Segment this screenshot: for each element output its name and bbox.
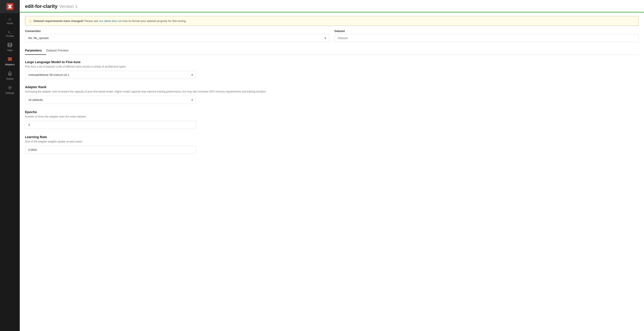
warning-icon: ⚠ xyxy=(29,19,32,23)
svg-rect-3 xyxy=(8,57,12,58)
adapter-rank-title: Adapter Rank xyxy=(25,85,639,89)
page-version: Version 1 xyxy=(59,4,78,9)
dataset-input[interactable] xyxy=(334,34,639,42)
sidebar-item-settings[interactable]: Settings xyxy=(0,83,20,97)
warning-text-before-link: Please see xyxy=(84,19,99,22)
connection-label: Connection xyxy=(25,29,329,33)
topbar: edit-for-clarity Version 1 xyxy=(20,0,644,12)
tab-parameters[interactable]: Parameters xyxy=(25,46,46,55)
learning-rate-title: Learning Rate xyxy=(25,135,639,139)
adapter-rank-select[interactable]: 8 16 (default) 32 64 xyxy=(25,96,196,104)
prompt-icon: ›_ xyxy=(8,30,12,34)
dataset-label: Dataset xyxy=(334,29,639,33)
tab-dataset-preview[interactable]: Dataset Preview xyxy=(46,46,73,55)
page-title: edit-for-clarity xyxy=(25,3,58,9)
epochs-input[interactable] xyxy=(25,121,196,129)
svg-rect-5 xyxy=(8,60,12,61)
sidebar: ⌂ Home ›_ Prompt Data Adapters xyxy=(0,0,20,331)
sidebar-item-deploy[interactable]: Deploy xyxy=(0,68,20,83)
llm-select[interactable]: mistralai/Mistral-7B-Instruct-v0.1 meta-… xyxy=(25,71,196,79)
llm-title: Large Language Model to Fine-tune xyxy=(25,60,639,64)
connection-field: Connection file: file_uploads ▼ xyxy=(25,29,329,42)
sidebar-item-home[interactable]: ⌂ Home xyxy=(0,14,20,27)
svg-point-6 xyxy=(10,74,10,75)
llm-select-wrap: mistralai/Mistral-7B-Instruct-v0.1 meta-… xyxy=(25,71,196,79)
settings-icon xyxy=(8,85,12,91)
adapters-icon xyxy=(8,57,12,62)
deploy-icon xyxy=(8,71,12,76)
form-area: Connection file: file_uploads ▼ Dataset … xyxy=(20,29,644,165)
learning-rate-section: Learning Rate Size of the adapter weight… xyxy=(25,135,639,154)
home-icon: ⌂ xyxy=(8,17,11,21)
sidebar-item-prompt[interactable]: ›_ Prompt xyxy=(0,27,20,40)
epochs-description: Number of times the adapter sees the ent… xyxy=(25,115,639,119)
sidebar-item-home-label: Home xyxy=(6,22,13,24)
data-icon xyxy=(8,42,12,48)
sidebar-item-data-label: Data xyxy=(7,49,12,51)
svg-rect-4 xyxy=(8,59,12,60)
sidebar-item-prompt-label: Prompt xyxy=(6,35,14,37)
adapter-rank-select-wrap: 8 16 (default) 32 64 ▼ xyxy=(25,96,196,104)
warning-text: Dataset requirements have changed! Pleas… xyxy=(34,19,186,22)
warning-text-after-link: on how to format your dataset properly f… xyxy=(118,19,186,22)
warning-docs-link[interactable]: our latest docs xyxy=(99,19,118,22)
learning-rate-input[interactable] xyxy=(25,146,196,154)
adapter-rank-section: Adapter Rank Increasing the adapter rank… xyxy=(25,85,639,104)
llm-section: Large Language Model to Fine-tune Pick f… xyxy=(25,60,639,79)
warning-banner: ⚠ Dataset requirements have changed! Ple… xyxy=(25,16,639,26)
sidebar-item-settings-label: Settings xyxy=(6,92,14,94)
llm-description: Pick from a set of popular LLMs of diffe… xyxy=(25,65,639,69)
connection-select-wrap: file: file_uploads ▼ xyxy=(25,34,329,42)
adapter-rank-description: Increasing the adapter rank increases th… xyxy=(25,90,639,94)
sidebar-item-adapters[interactable]: Adapters xyxy=(0,54,20,68)
epochs-title: Epochs xyxy=(25,110,639,114)
sidebar-item-deploy-label: Deploy xyxy=(6,77,14,80)
sidebar-item-adapters-label: Adapters xyxy=(5,63,15,66)
connection-dataset-row: Connection file: file_uploads ▼ Dataset xyxy=(25,29,639,42)
logo xyxy=(0,0,20,13)
svg-point-2 xyxy=(8,43,12,44)
dataset-field: Dataset xyxy=(334,29,639,42)
main-content: edit-for-clarity Version 1 ⚠ Dataset req… xyxy=(20,0,644,331)
warning-bold-text: Dataset requirements have changed! xyxy=(34,19,84,22)
tabs: Parameters Dataset Preview xyxy=(25,46,639,55)
learning-rate-description: Size of the adapter weights update at ea… xyxy=(25,140,639,144)
epochs-section: Epochs Number of times the adapter sees … xyxy=(25,110,639,129)
logo-icon xyxy=(6,3,14,10)
sidebar-item-data[interactable]: Data xyxy=(0,40,20,54)
svg-point-7 xyxy=(9,87,10,88)
connection-select[interactable]: file: file_uploads xyxy=(25,34,329,42)
